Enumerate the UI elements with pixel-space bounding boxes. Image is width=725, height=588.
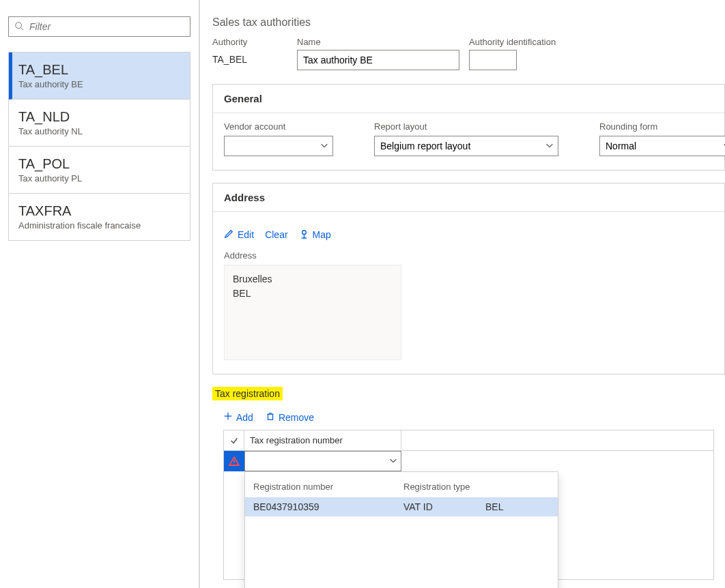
authority-item[interactable]: TAXFRA Administration fiscale francaise: [9, 194, 190, 240]
taxreg-number-input[interactable]: [244, 451, 401, 471]
rounding-label: Rounding form: [599, 121, 725, 132]
address-header[interactable]: Address: [213, 183, 724, 212]
address-line2: BEL: [233, 286, 393, 301]
dd-regtype: VAT ID: [403, 501, 485, 512]
dropdown-option[interactable]: BE0437910359 VAT ID BEL: [245, 497, 558, 516]
name-label: Name: [297, 37, 459, 47]
svg-point-10: [233, 463, 234, 464]
chevron-down-icon: [388, 456, 398, 467]
vendor-input[interactable]: [224, 136, 333, 156]
registration-number-dropdown[interactable]: Registration number Registration type BE…: [244, 471, 558, 588]
authority-value: TA_BEL: [212, 50, 287, 65]
map-label: Map: [313, 229, 331, 240]
edit-label: Edit: [238, 229, 254, 240]
svg-point-0: [16, 22, 22, 28]
add-button[interactable]: Add: [223, 411, 253, 423]
rounding-select[interactable]: [599, 136, 725, 156]
svg-point-2: [302, 231, 306, 235]
row-warning-indicator: [224, 451, 244, 471]
remove-button[interactable]: Remove: [266, 411, 314, 423]
general-section: General Vendor account Report layout: [212, 84, 725, 171]
main-panel: Sales tax authorities Authority TA_BEL N…: [199, 0, 725, 588]
authority-desc: Tax authority NL: [18, 126, 180, 136]
select-all-checkbox[interactable]: [224, 430, 244, 450]
edit-button[interactable]: Edit: [224, 229, 254, 241]
search-icon: [14, 21, 28, 33]
report-label: Report layout: [374, 121, 558, 132]
authority-list: TA_BEL Tax authority BE TA_NLD Tax autho…: [8, 52, 190, 241]
authority-item[interactable]: TA_NLD Tax authority NL: [9, 100, 190, 147]
dd-col-regnumber: Registration number: [253, 482, 403, 492]
clear-button[interactable]: Clear: [265, 229, 287, 240]
authority-code: TA_POL: [18, 156, 180, 172]
address-display: Bruxelles BEL: [224, 265, 401, 360]
svg-rect-5: [268, 414, 272, 420]
authority-label: Authority: [212, 37, 287, 47]
tax-registration-grid: Tax registration number: [223, 430, 714, 580]
trash-icon: [266, 411, 275, 423]
authority-desc: Tax authority PL: [18, 173, 180, 183]
rounding-input[interactable]: [599, 136, 725, 156]
clear-label: Clear: [265, 229, 287, 240]
filter-box[interactable]: [8, 16, 190, 37]
vendor-label: Vendor account: [224, 121, 333, 132]
column-header-taxreg[interactable]: Tax registration number: [244, 430, 401, 450]
svg-line-1: [21, 27, 24, 30]
pencil-icon: [224, 229, 234, 241]
plus-icon: [223, 411, 233, 423]
taxreg-cell[interactable]: [244, 451, 401, 471]
address-field-label: Address: [224, 250, 713, 261]
authid-label: Authority identification: [469, 37, 556, 47]
authority-code: TA_BEL: [18, 62, 180, 78]
tax-registration-header[interactable]: Tax registration: [212, 387, 283, 400]
authority-item[interactable]: TA_BEL Tax authority BE: [9, 53, 190, 100]
header-fields: Authority TA_BEL Name Authority identifi…: [212, 37, 725, 70]
dd-country: BEL: [485, 501, 550, 512]
general-header[interactable]: General: [213, 85, 724, 113]
vendor-select[interactable]: [224, 136, 333, 156]
authority-desc: Administration fiscale francaise: [18, 220, 180, 231]
authority-item[interactable]: TA_POL Tax authority PL: [9, 147, 190, 194]
address-line1: Bruxelles: [233, 272, 393, 286]
filter-input[interactable]: [28, 20, 184, 33]
map-button[interactable]: Map: [299, 229, 331, 241]
sidebar: TA_BEL Tax authority BE TA_NLD Tax autho…: [0, 0, 199, 588]
authority-code: TA_NLD: [18, 109, 180, 125]
authid-input[interactable]: [469, 50, 517, 70]
authority-code: TAXFRA: [18, 203, 180, 219]
tax-registration-section: Tax registration Add Remove: [212, 387, 725, 580]
add-label: Add: [236, 412, 253, 423]
page-title: Sales tax authorities: [212, 16, 725, 29]
report-select[interactable]: [374, 136, 558, 156]
address-section: Address Edit Clear Map Address: [212, 183, 725, 374]
remove-label: Remove: [279, 412, 314, 423]
name-input[interactable]: [297, 50, 459, 70]
authority-desc: Tax authority BE: [18, 79, 180, 89]
dd-col-regtype: Registration type: [403, 482, 485, 492]
dd-regnumber: BE0437910359: [253, 501, 403, 512]
report-input[interactable]: [374, 136, 558, 156]
map-pin-icon: [299, 229, 309, 241]
